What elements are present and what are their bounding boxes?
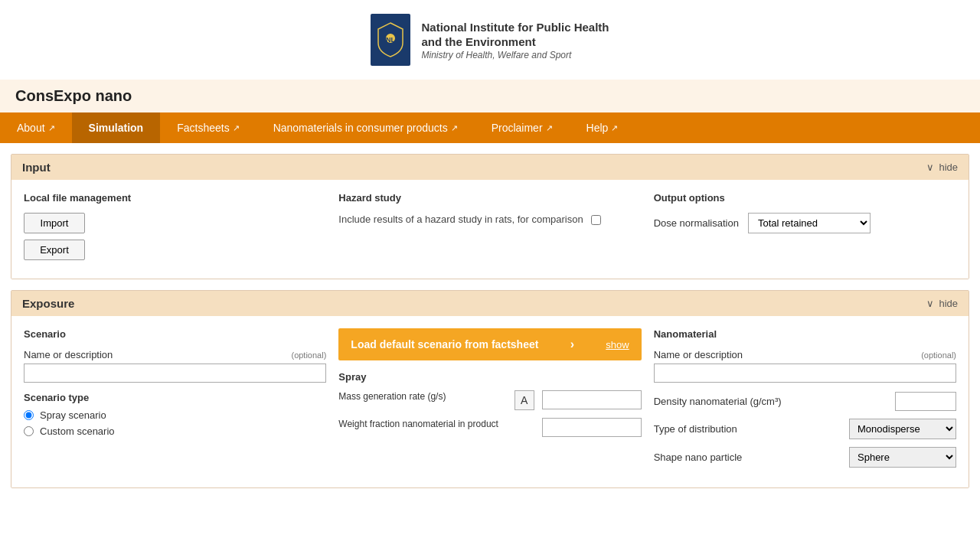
mass-rate-input[interactable] [542, 390, 642, 409]
scenario-col: Scenario Name or description (optional) … [24, 328, 326, 475]
top-header: NL National Institute for Public Health … [0, 0, 980, 80]
shape-row: Shape nano particle Sphere Cylinder Othe… [654, 447, 956, 468]
nano-name-input[interactable] [654, 364, 956, 383]
nano-name-optional: (optional) [921, 350, 956, 360]
main-nav: About ↗ Simulation Factsheets ↗ Nanomate… [0, 112, 980, 143]
external-link-icon: ↗ [546, 123, 553, 133]
arrow-icon: › [570, 337, 574, 351]
spray-radio-row: Spray scenario [24, 409, 326, 421]
distribution-label: Type of distribution [654, 423, 841, 435]
nanomaterial-col: Nanomaterial Name or description (option… [654, 328, 956, 475]
scenario-type-group: Scenario type Spray scenario Custom scen… [24, 392, 326, 437]
app-title: ConsExpo nano [15, 87, 965, 105]
hazard-study-col: Hazard study Include results of a hazard… [338, 192, 641, 266]
dose-normalisation-select[interactable]: Total retained Lung burden Alveolar Trac… [748, 213, 871, 233]
density-label: Density nanomaterial (g/cm³) [654, 396, 887, 407]
custom-radio-row: Custom scenario [24, 425, 326, 437]
nav-nanomaterials[interactable]: Nanomaterials in consumer products ↗ [256, 112, 475, 143]
weight-fraction-label: Weight fraction nanomaterial in product [338, 418, 506, 431]
hazard-study-checkbox[interactable] [591, 215, 601, 225]
nano-density-row: Density nanomaterial (g/cm³) [654, 392, 956, 411]
mass-rate-row: Mass generation rate (g/s) A [338, 390, 641, 410]
weight-fraction-input[interactable] [542, 418, 642, 437]
hazard-description: Include results of a hazard study in rat… [338, 213, 583, 227]
external-link-icon: ↗ [233, 123, 240, 133]
hazard-study-title: Hazard study [338, 192, 641, 204]
factsheet-label: Load default scenario from factsheet [351, 338, 538, 350]
exposure-section-title: Exposure [22, 297, 74, 310]
exposure-section-header: Exposure ∨ hide [11, 291, 969, 316]
density-input[interactable] [895, 392, 956, 411]
input-section: Input ∨ hide Local file management Impor… [11, 154, 969, 279]
svg-text:NL: NL [386, 36, 395, 44]
shape-select[interactable]: Sphere Cylinder Other [849, 447, 956, 468]
import-button[interactable]: Import [24, 213, 85, 233]
nav-proclaimer[interactable]: Proclaimer ↗ [475, 112, 570, 143]
chevron-down-icon: ∨ [926, 161, 934, 173]
nano-name-label: Name or description [654, 349, 743, 360]
logo-shield-icon: NL [371, 14, 410, 66]
scenario-name-label: Name or description [24, 349, 113, 360]
nano-name-row: Name or description (optional) [654, 349, 956, 360]
exposure-grid: Scenario Name or description (optional) … [24, 328, 956, 475]
collapse-label: hide [939, 161, 958, 173]
nav-simulation[interactable]: Simulation [72, 112, 161, 143]
input-grid: Local file management Import Export Haza… [24, 192, 956, 266]
external-link-icon: ↗ [611, 123, 618, 133]
input-section-header: Input ∨ hide [11, 155, 969, 180]
exposure-section: Exposure ∨ hide Scenario Name or descrip… [11, 290, 969, 488]
scenario-name-input[interactable] [24, 364, 326, 383]
custom-radio[interactable] [24, 426, 34, 436]
export-button[interactable]: Export [24, 240, 85, 260]
spray-title: Spray [338, 371, 641, 383]
custom-radio-label: Custom scenario [40, 425, 115, 437]
scenario-name-row: Name or description (optional) [24, 349, 326, 360]
output-options-title: Output options [654, 192, 956, 204]
scenario-type-label: Scenario type [24, 392, 326, 403]
weight-fraction-row: Weight fraction nanomaterial in product [338, 418, 641, 437]
mass-rate-icon[interactable]: A [514, 390, 534, 410]
local-file-title: Local file management [24, 192, 326, 204]
factsheet-show-link[interactable]: show [606, 339, 629, 350]
spray-radio-label: Spray scenario [40, 409, 106, 421]
nanomaterial-title: Nanomaterial [654, 328, 956, 340]
spray-radio[interactable] [24, 410, 34, 420]
chevron-down-icon: ∨ [926, 298, 934, 309]
scenario-name-optional: (optional) [291, 350, 326, 360]
collapse-label: hide [939, 298, 958, 309]
scenario-title: Scenario [24, 328, 326, 340]
external-link-icon: ↗ [451, 123, 458, 133]
exposure-collapse-btn[interactable]: ∨ hide [926, 298, 958, 309]
dose-label: Dose normalisation [654, 217, 739, 229]
output-options-row: Dose normalisation Total retained Lung b… [654, 213, 956, 233]
factsheet-banner[interactable]: Load default scenario from factsheet › s… [338, 328, 641, 360]
external-link-icon: ↗ [48, 123, 55, 133]
spray-col: Load default scenario from factsheet › s… [338, 328, 641, 475]
distribution-select[interactable]: Monodisperse Polydisperse [849, 419, 956, 439]
nav-about[interactable]: About ↗ [0, 112, 72, 143]
output-options-col: Output options Dose normalisation Total … [654, 192, 956, 266]
app-title-bar: ConsExpo nano [0, 80, 980, 112]
local-file-col: Local file management Import Export [24, 192, 326, 266]
mass-rate-label: Mass generation rate (g/s) [338, 390, 506, 403]
distribution-row: Type of distribution Monodisperse Polydi… [654, 419, 956, 439]
shape-label: Shape nano particle [654, 452, 841, 463]
hazard-study-row: Include results of a hazard study in rat… [338, 213, 641, 227]
logo-area: NL National Institute for Public Health … [371, 14, 609, 66]
exposure-section-body: Scenario Name or description (optional) … [11, 316, 969, 487]
input-collapse-btn[interactable]: ∨ hide [926, 161, 958, 173]
org-name: National Institute for Public Health and… [421, 20, 609, 50]
input-section-title: Input [22, 161, 51, 174]
nav-help[interactable]: Help ↗ [570, 112, 635, 143]
nav-factsheets[interactable]: Factsheets ↗ [160, 112, 256, 143]
logo-text: National Institute for Public Health and… [421, 20, 609, 60]
input-section-body: Local file management Import Export Haza… [11, 180, 969, 279]
org-sub: Ministry of Health, Welfare and Sport [421, 50, 609, 60]
